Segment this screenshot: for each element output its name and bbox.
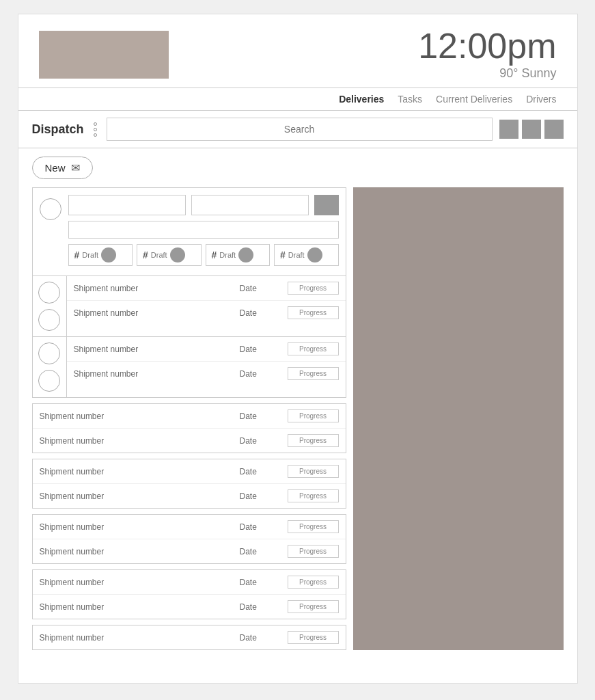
new-button-label: New — [45, 162, 66, 174]
shipment-date: Date — [240, 633, 281, 643]
shipment-row: Shipment number Date Progress — [33, 429, 346, 453]
progress-button[interactable]: Progress — [288, 576, 339, 589]
progress-button[interactable]: Progress — [288, 520, 339, 533]
action-bar: New ✉ — [18, 148, 577, 187]
shipment-date: Date — [240, 284, 281, 293]
new-button[interactable]: New ✉ — [32, 157, 93, 179]
shipment-number: Shipment number — [40, 492, 233, 501]
progress-button[interactable]: Progress — [288, 434, 339, 447]
main-content: # Draft # Draft # Draft — [18, 187, 577, 664]
dot-2 — [94, 128, 97, 131]
draft-hash-1: # — [74, 250, 80, 260]
toolbar-icons — [499, 120, 564, 139]
toolbar-icon-2[interactable] — [522, 120, 541, 139]
progress-button[interactable]: Progress — [288, 409, 339, 422]
shipment-date: Date — [240, 492, 281, 501]
shipment-number: Shipment number — [40, 602, 233, 612]
shipment-number: Shipment number — [40, 578, 233, 587]
form-row-1 — [68, 195, 339, 215]
right-panel — [353, 187, 564, 650]
shipment-date: Date — [240, 345, 281, 354]
draft-label-1: Draft — [82, 251, 98, 259]
group-avatar-1b — [38, 309, 60, 331]
card-top: # Draft # Draft # Draft — [33, 188, 346, 275]
progress-button[interactable]: Progress — [288, 306, 339, 319]
standalone-group-4: Shipment number Date Progress Shipment n… — [32, 459, 346, 509]
progress-button[interactable]: Progress — [288, 367, 339, 380]
shipment-date: Date — [240, 308, 281, 318]
avatar-1 — [40, 198, 61, 220]
header-right: 12:00pm 90° Sunny — [418, 28, 556, 81]
progress-button[interactable]: Progress — [288, 631, 339, 644]
weather-display: 90° Sunny — [418, 66, 556, 81]
standalone-group-5: Shipment number Date Progress Shipment n… — [32, 514, 346, 564]
shipment-number: Shipment number — [40, 467, 233, 476]
clock-display: 12:00pm — [418, 28, 556, 64]
logo-placeholder — [39, 31, 169, 79]
shipment-row: Shipment number Date Progress — [67, 337, 346, 362]
dot-1 — [94, 122, 97, 126]
draft-hash-4: # — [280, 250, 286, 260]
shipment-number: Shipment number — [74, 369, 233, 379]
more-options-button[interactable] — [91, 121, 100, 138]
draft-label-3: Draft — [219, 251, 236, 259]
shipment-number: Shipment number — [74, 284, 233, 293]
nav-bar: Deliveries Tasks Current Deliveries Driv… — [18, 88, 577, 111]
shipment-date: Date — [240, 467, 281, 476]
group-avatar-col-2 — [33, 337, 67, 397]
shipment-date: Date — [240, 578, 281, 587]
toolbar: Dispatch — [18, 111, 577, 148]
shipment-row: Shipment number Date Progress — [33, 515, 346, 539]
progress-button[interactable]: Progress — [288, 600, 339, 613]
toolbar-icon-3[interactable] — [544, 120, 564, 139]
standalone-group-3: Shipment number Date Progress Shipment n… — [32, 403, 346, 453]
progress-button[interactable]: Progress — [288, 342, 339, 355]
shipment-row: Shipment number Date Progress — [33, 625, 346, 649]
nav-item-current-deliveries[interactable]: Current Deliveries — [436, 94, 512, 105]
search-input[interactable] — [107, 118, 493, 141]
draft-circle-1 — [101, 247, 116, 262]
shipment-group-1: Shipment number Date Progress Shipment n… — [33, 275, 346, 336]
shipment-number: Shipment number — [74, 308, 233, 318]
toolbar-left: Dispatch — [32, 121, 100, 138]
progress-button[interactable]: Progress — [288, 489, 339, 502]
form-colored-button[interactable] — [314, 195, 339, 215]
shipment-date: Date — [240, 436, 281, 446]
draft-row: # Draft # Draft # Draft — [68, 244, 339, 266]
form-field-1[interactable] — [68, 195, 186, 215]
shipment-date: Date — [240, 369, 281, 379]
draft-hash-3: # — [212, 250, 217, 260]
shipment-date: Date — [240, 412, 281, 421]
progress-button[interactable]: Progress — [288, 465, 339, 478]
draft-circle-3 — [238, 247, 253, 262]
nav-item-drivers[interactable]: Drivers — [526, 94, 556, 105]
group-avatar-2a — [38, 342, 60, 364]
header: 12:00pm 90° Sunny — [18, 14, 577, 88]
group-rows-1: Shipment number Date Progress Shipment n… — [67, 276, 346, 336]
shipment-number: Shipment number — [40, 436, 233, 446]
progress-button[interactable]: Progress — [288, 282, 339, 295]
shipment-row: Shipment number Date Progress — [67, 362, 346, 386]
card-form: # Draft # Draft # Draft — [68, 195, 339, 269]
draft-circle-4 — [307, 247, 322, 262]
standalone-group-7: Shipment number Date Progress — [32, 625, 346, 650]
shipment-row: Shipment number Date Progress — [33, 595, 346, 619]
toolbar-icon-1[interactable] — [499, 120, 518, 139]
nav-item-deliveries[interactable]: Deliveries — [339, 94, 384, 105]
shipment-row: Shipment number Date Progress — [33, 459, 346, 484]
shipment-date: Date — [240, 602, 281, 612]
shipment-row: Shipment number Date Progress — [67, 301, 346, 325]
envelope-icon: ✉ — [71, 161, 80, 174]
draft-badge-4: # Draft — [274, 244, 339, 266]
draft-badge-1: # Draft — [68, 244, 133, 266]
nav-item-tasks[interactable]: Tasks — [398, 94, 422, 105]
group-avatar-col-1 — [33, 276, 67, 336]
left-panel: # Draft # Draft # Draft — [32, 187, 346, 650]
group-avatar-2b — [38, 370, 60, 392]
form-field-full[interactable] — [68, 221, 339, 239]
draft-label-4: Draft — [288, 251, 305, 259]
progress-button[interactable]: Progress — [288, 545, 339, 558]
form-field-2[interactable] — [191, 195, 309, 215]
shipment-row: Shipment number Date Progress — [33, 404, 346, 429]
shipment-number: Shipment number — [40, 412, 233, 421]
